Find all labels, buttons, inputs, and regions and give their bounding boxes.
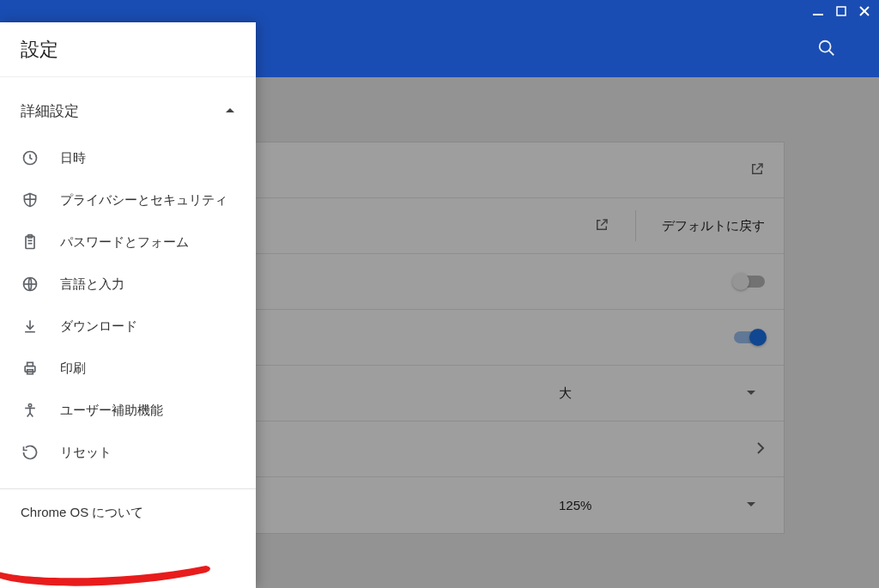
navigation-drawer: 設定 詳細設定 日時 プライバシーとセキュリティ パスワードとフォーム [0,22,256,588]
sidebar-item-label: 言語と入力 [60,275,235,293]
reset-icon [21,444,39,461]
shield-icon [21,191,39,209]
window-maximize-button[interactable] [836,6,846,16]
search-icon[interactable] [817,39,836,61]
sidebar-item-accessibility[interactable]: ユーザー補助機能 [0,389,256,431]
drawer-section-advanced[interactable]: 詳細設定 [0,77,256,136]
sidebar-item-privacy[interactable]: プライバシーとセキュリティ [0,179,256,221]
window-close-button[interactable] [858,5,870,17]
sidebar-item-label: ダウンロード [60,317,235,335]
accessibility-icon [21,402,39,419]
sidebar-item-label: プライバシーとセキュリティ [60,191,235,209]
drawer-title: 設定 [0,22,256,77]
sidebar-item-passwords[interactable]: パスワードとフォーム [0,221,256,263]
sidebar-item-datetime[interactable]: 日時 [0,136,256,179]
drawer-section-label: 詳細設定 [21,101,79,121]
drawer-list: 日時 プライバシーとセキュリティ パスワードとフォーム 言語と入力 ダウンロード [0,136,256,482]
sidebar-item-downloads[interactable]: ダウンロード [0,305,256,347]
sidebar-item-language[interactable]: 言語と入力 [0,263,256,305]
sidebar-item-label: ユーザー補助機能 [60,401,235,419]
sidebar-item-about-chromeos[interactable]: Chrome OS について [0,489,256,536]
svg-rect-14 [27,362,33,366]
svg-line-5 [829,51,834,56]
print-icon [21,360,39,377]
sidebar-item-label: リセット [60,443,235,461]
sidebar-item-label: パスワードとフォーム [60,233,235,251]
sidebar-item-reset[interactable]: リセット [0,431,256,473]
sidebar-item-print[interactable]: 印刷 [0,347,256,389]
svg-point-16 [28,403,31,406]
window-titlebar [0,0,879,22]
sidebar-item-label: 日時 [60,149,235,167]
sidebar-item-label: Chrome OS について [21,505,143,519]
globe-icon [21,276,39,293]
clock-icon [21,149,39,167]
clipboard-icon [21,233,39,251]
chevron-up-icon [225,103,235,120]
svg-point-4 [820,41,831,52]
sidebar-item-label: 印刷 [60,359,235,377]
window-minimize-button[interactable] [812,5,824,17]
svg-rect-1 [837,7,846,15]
download-icon [21,318,39,335]
